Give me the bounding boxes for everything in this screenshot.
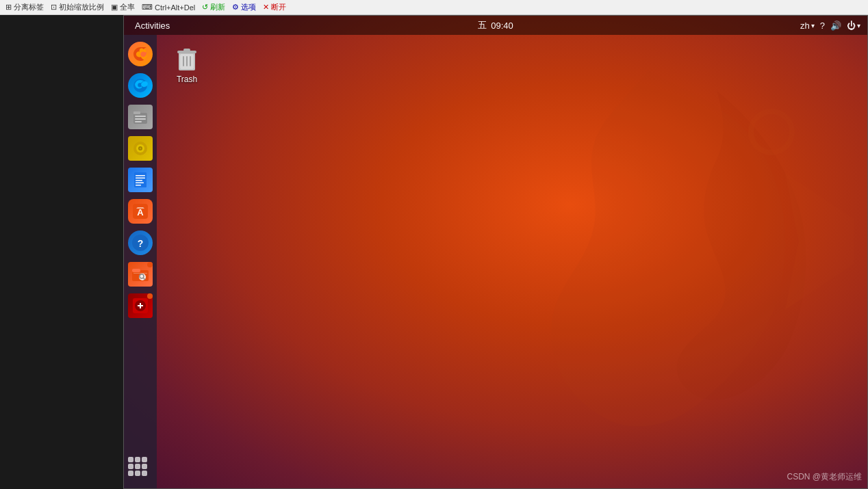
- svg-rect-17: [136, 183, 144, 184]
- grid-dot-5: [135, 464, 140, 469]
- trash-icon-image: [172, 43, 202, 73]
- svg-rect-18: [136, 185, 141, 186]
- panel-left: Activities: [131, 19, 174, 32]
- grid-dot-8: [135, 471, 140, 476]
- svg-point-12: [140, 148, 142, 150]
- svg-rect-8: [135, 121, 142, 122]
- top-panel: Activities 五 09:40 zh ▾ ? 🔊 ⏻ ▾: [124, 16, 867, 35]
- svg-rect-38: [186, 56, 188, 66]
- panel-lang[interactable]: zh ▾: [800, 21, 815, 31]
- csdn-watermark: CSDN @黄老师运维: [787, 471, 862, 483]
- power-icon: ⏻: [847, 21, 856, 31]
- sound-icon: 🔊: [830, 21, 841, 31]
- panel-help-icon[interactable]: ?: [820, 21, 825, 31]
- thunderbird-icon: [128, 73, 153, 98]
- files-icon: [128, 105, 153, 129]
- activities-button[interactable]: Activities: [131, 19, 174, 32]
- grid-dot-3: [142, 457, 147, 462]
- toolbar-options[interactable]: ⚙ 选项: [232, 2, 256, 12]
- svg-rect-5: [133, 111, 140, 114]
- svg-rect-7: [135, 118, 146, 120]
- full-icon: ▣: [111, 3, 118, 12]
- svg-rect-14: [136, 175, 145, 176]
- dock-software[interactable]: A: [127, 198, 154, 225]
- dock-app9[interactable]: [127, 292, 154, 319]
- show-applications-button[interactable]: [128, 457, 153, 481]
- toolbar-disconnect[interactable]: ✕ 断开: [263, 2, 286, 12]
- svg-rect-36: [183, 49, 190, 51]
- trash-label: Trash: [177, 75, 197, 84]
- svg-rect-37: [183, 56, 184, 66]
- desktop-icons-area: Trash: [162, 40, 212, 87]
- lang-label: zh: [800, 21, 810, 31]
- dock: A ?: [124, 35, 157, 488]
- ubuntu-desktop: Activities 五 09:40 zh ▾ ? 🔊 ⏻ ▾: [123, 15, 868, 489]
- toolbar-full[interactable]: ▣ 全率: [111, 2, 135, 12]
- dock-folder[interactable]: [127, 261, 154, 288]
- svg-rect-15: [136, 178, 145, 179]
- screenshot-toolbar: ⊞ 分离标签 ⊡ 初始缩放比例 ▣ 全率 ⌨ Ctrl+Alt+Del ↺ 刷新…: [0, 0, 868, 15]
- toolbar-zoom-fit[interactable]: ⊡ 初始缩放比例: [51, 2, 104, 12]
- help-icon: ?: [128, 230, 153, 255]
- disconnect-icon: ✕: [263, 3, 269, 12]
- grid-dot-2: [135, 457, 140, 462]
- dock-help[interactable]: ?: [127, 229, 154, 256]
- lang-chevron-icon: ▾: [811, 22, 815, 29]
- outer-container: ⊞ 分离标签 ⊡ 初始缩放比例 ▣ 全率 ⌨ Ctrl+Alt+Del ↺ 刷新…: [0, 0, 868, 489]
- dock-writer[interactable]: [127, 166, 154, 194]
- svg-rect-25: [133, 273, 147, 274]
- parrot-silhouette: [443, 36, 854, 447]
- panel-time: 09:40: [491, 21, 513, 31]
- svg-text:A: A: [137, 207, 144, 217]
- dock-files[interactable]: [127, 103, 154, 131]
- panel-sound-icon[interactable]: 🔊: [830, 21, 841, 31]
- dock-thunderbird[interactable]: [127, 72, 154, 99]
- panel-right: zh ▾ ? 🔊 ⏻ ▾: [800, 21, 860, 31]
- options-icon: ⚙: [232, 3, 239, 12]
- refresh-icon: ↺: [202, 3, 208, 12]
- svg-text:?: ?: [138, 238, 144, 249]
- app9-badge: [147, 293, 153, 299]
- power-chevron-icon: ▾: [857, 22, 860, 29]
- svg-rect-6: [135, 116, 146, 117]
- panel-day: 五: [478, 19, 487, 31]
- desktop-background: [124, 16, 867, 488]
- grid-dot-9: [142, 471, 147, 476]
- dock-rhythmbox[interactable]: [127, 135, 154, 162]
- svg-rect-39: [190, 56, 191, 66]
- zoom-fit-icon: ⊡: [51, 3, 57, 12]
- svg-rect-24: [132, 269, 140, 272]
- folder-badge: [147, 262, 153, 267]
- grid-dot-4: [128, 464, 133, 469]
- toolbar-ctrl-alt-del[interactable]: ⌨ Ctrl+Alt+Del: [142, 3, 195, 12]
- software-icon: A: [128, 199, 153, 224]
- firefox-icon: [128, 42, 153, 66]
- rhythmbox-icon: [128, 136, 153, 161]
- trash-desktop-icon[interactable]: Trash: [162, 40, 212, 87]
- keyboard-icon: ⌨: [142, 3, 153, 12]
- split-tab-icon: ⊞: [5, 3, 12, 12]
- toolbar-split-tab[interactable]: ⊞ 分离标签: [5, 2, 44, 12]
- dock-firefox[interactable]: [127, 40, 154, 68]
- panel-power-icon[interactable]: ⏻ ▾: [847, 21, 860, 31]
- writer-icon: [128, 168, 153, 192]
- toolbar-refresh[interactable]: ↺ 刷新: [202, 2, 225, 12]
- grid-dot-1: [128, 457, 133, 462]
- grid-dot-7: [128, 471, 133, 476]
- panel-center: 五 09:40: [478, 19, 513, 31]
- help-indicator-icon: ?: [820, 21, 825, 31]
- grid-dot-6: [142, 464, 147, 469]
- svg-rect-16: [136, 180, 142, 181]
